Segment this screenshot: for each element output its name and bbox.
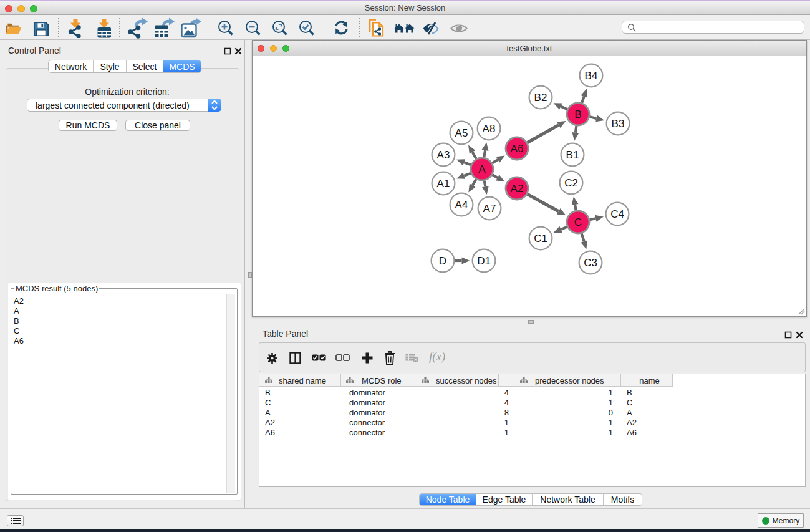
svg-text:C3: C3 (584, 257, 597, 269)
svg-text:D1: D1 (477, 255, 491, 267)
svg-text:B2: B2 (534, 92, 547, 104)
svg-text:B: B (574, 109, 581, 120)
svg-text:C: C (574, 216, 582, 228)
svg-text:B4: B4 (585, 70, 598, 82)
svg-text:C2: C2 (564, 177, 578, 189)
svg-text:A6: A6 (511, 143, 524, 155)
svg-text:A7: A7 (483, 203, 496, 215)
svg-text:A1: A1 (437, 178, 450, 190)
svg-text:A: A (478, 163, 486, 175)
svg-text:A2: A2 (511, 183, 524, 195)
svg-text:A5: A5 (455, 127, 468, 139)
svg-text:D: D (439, 255, 446, 267)
svg-text:C4: C4 (610, 208, 624, 220)
svg-text:A4: A4 (455, 199, 468, 211)
svg-text:B3: B3 (612, 118, 625, 130)
svg-text:C1: C1 (534, 233, 547, 244)
svg-text:A3: A3 (437, 149, 450, 161)
svg-text:A8: A8 (483, 123, 496, 135)
svg-text:B1: B1 (566, 149, 579, 161)
